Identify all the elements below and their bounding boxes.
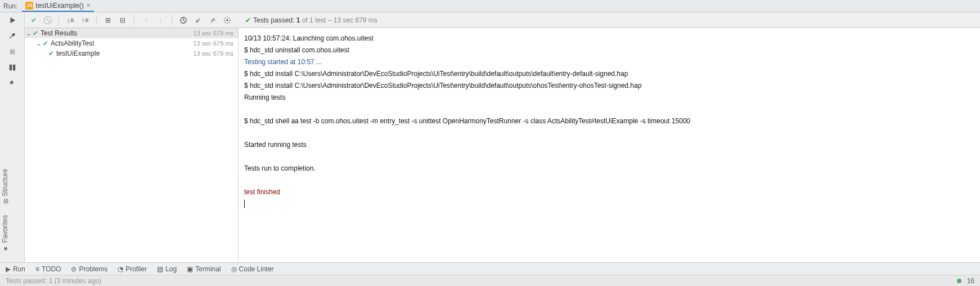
- run-label: Run:: [3, 2, 17, 10]
- pass-icon: ✔: [43, 39, 48, 47]
- bottom-linter[interactable]: ◎Code Linter: [231, 265, 274, 273]
- status-bar: Tests passed: 1 (3 minutes ago) 16: [0, 275, 980, 286]
- console-output[interactable]: 10/13 10:57:24: Launching com.ohos.uites…: [239, 28, 980, 262]
- show-ignored-icon[interactable]: [44, 16, 52, 24]
- wrench-icon[interactable]: [8, 32, 17, 41]
- status-message: Tests passed: 1 (3 minutes ago): [6, 277, 101, 285]
- export-icon[interactable]: ⇗: [208, 16, 217, 25]
- svg-point-4: [226, 19, 228, 21]
- tree-test[interactable]: ✔ testUiExample 13 sec 679 ms: [25, 48, 238, 59]
- text-cursor: [244, 200, 245, 208]
- next-icon[interactable]: ↓: [156, 16, 165, 25]
- status-indicator-icon: [957, 279, 961, 283]
- gear-icon[interactable]: [223, 16, 232, 25]
- prev-icon[interactable]: ↑: [141, 16, 150, 25]
- test-tree[interactable]: ⌄ ✔ Test Results 13 sec 679 ms ⌄ ✔ ActsA…: [25, 28, 239, 262]
- bottom-profiler[interactable]: ◔Profiler: [118, 265, 147, 273]
- bottom-tool-tabs: ▶Run ≡TODO ⊘Problems ◔Profiler ▤Log ▣Ter…: [0, 262, 980, 275]
- run-config-tab[interactable]: JS testUiExample() ✕: [22, 1, 93, 12]
- close-icon[interactable]: ✕: [86, 2, 91, 8]
- status-number: 16: [967, 277, 974, 285]
- run-tab-row: Run: JS testUiExample() ✕: [0, 0, 980, 12]
- expand-all-icon[interactable]: ⊞: [104, 16, 113, 25]
- history-icon[interactable]: [179, 16, 188, 25]
- bottom-todo[interactable]: ≡TODO: [35, 265, 61, 273]
- layout-icon[interactable]: [8, 63, 17, 72]
- collapse-all-icon[interactable]: ⊟: [118, 16, 127, 25]
- bottom-run[interactable]: ▶Run: [6, 265, 25, 273]
- svg-rect-0: [10, 50, 15, 55]
- pin-icon[interactable]: [8, 79, 17, 88]
- bottom-problems[interactable]: ⊘Problems: [71, 265, 107, 273]
- import-icon[interactable]: ⇙: [194, 16, 203, 25]
- svg-rect-1: [9, 65, 11, 71]
- pass-icon: ✔: [33, 29, 38, 37]
- run-config-title: testUiExample(): [35, 2, 83, 10]
- stop-icon[interactable]: [8, 47, 17, 56]
- run-gutter: [0, 12, 25, 262]
- sort-desc-icon[interactable]: ↑≡: [80, 16, 89, 25]
- chevron-down-icon[interactable]: ⌄: [35, 39, 43, 47]
- js-file-icon: JS: [25, 2, 33, 10]
- svg-rect-2: [12, 65, 15, 71]
- pass-icon: ✔: [48, 50, 54, 57]
- chevron-down-icon[interactable]: ⌄: [25, 29, 33, 37]
- sort-asc-icon[interactable]: ↓≡: [66, 16, 75, 25]
- tree-root[interactable]: ⌄ ✔ Test Results 13 sec 679 ms: [25, 28, 238, 38]
- bottom-log[interactable]: ▤Log: [157, 265, 177, 273]
- show-passed-icon[interactable]: ✔: [29, 16, 38, 25]
- tests-passed-summary: ✔ Tests passed: 1 of 1 test – 13 sec 679…: [245, 16, 377, 24]
- tree-suite[interactable]: ⌄ ✔ ActsAbilityTest 13 sec 679 ms: [25, 38, 238, 48]
- bottom-terminal[interactable]: ▣Terminal: [187, 265, 221, 273]
- test-toolbar: ✔ ↓≡ ↑≡ ⊞ ⊟ ↑ ↓ ⇙ ⇗ ✔ Tests passed: 1 of…: [25, 12, 980, 28]
- rerun-icon[interactable]: [8, 16, 17, 25]
